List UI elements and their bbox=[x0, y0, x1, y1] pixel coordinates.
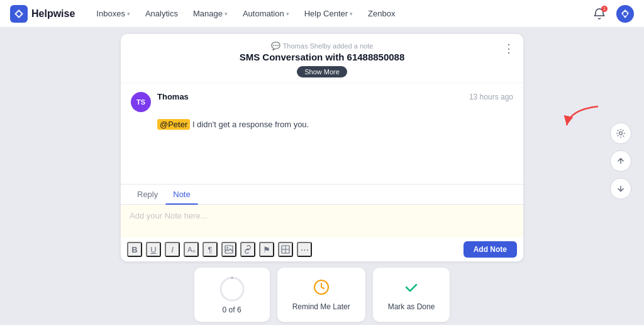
nav-right: 1 bbox=[590, 4, 634, 23]
nav-help-center[interactable]: Help Center ▾ bbox=[298, 6, 359, 21]
up-arrow-icon bbox=[616, 157, 625, 166]
logo[interactable]: Helpwise bbox=[10, 5, 75, 23]
image-button[interactable] bbox=[221, 242, 236, 257]
right-sidebar bbox=[610, 123, 631, 200]
gear-button[interactable] bbox=[610, 123, 631, 144]
svg-point-10 bbox=[619, 132, 623, 135]
message-time: 13 hours ago bbox=[469, 93, 513, 101]
chevron-icon: ▾ bbox=[127, 11, 130, 17]
underline-button[interactable]: U bbox=[146, 242, 161, 257]
message-avatar: TS bbox=[131, 92, 151, 112]
nav-analytics[interactable]: Analytics bbox=[139, 6, 184, 21]
remind-card[interactable]: Remind Me Later bbox=[277, 268, 365, 322]
header-note: 💬 Thomas Shelby added a note bbox=[131, 42, 513, 50]
check-icon bbox=[402, 278, 420, 300]
conversation-header: 💬 Thomas Shelby added a note SMS Convers… bbox=[121, 34, 523, 83]
add-note-button[interactable]: Add Note bbox=[464, 241, 517, 258]
svg-rect-2 bbox=[225, 246, 233, 253]
down-arrow-icon bbox=[616, 185, 625, 193]
message-area: TS Thomas 13 hours ago @Peter I didn't g… bbox=[121, 83, 523, 184]
progress-label: 0 of 6 bbox=[223, 305, 242, 314]
message-meta: TS Thomas 13 hours ago bbox=[131, 92, 513, 112]
nav-manage[interactable]: Manage ▾ bbox=[187, 6, 234, 21]
svg-point-1 bbox=[623, 12, 627, 16]
svg-point-7 bbox=[221, 278, 243, 300]
nav-automation[interactable]: Automation ▾ bbox=[236, 6, 296, 21]
table-button[interactable] bbox=[278, 242, 293, 257]
note-textarea[interactable]: Add your Note here... bbox=[121, 205, 523, 237]
font-size-button[interactable]: Aₐ bbox=[184, 242, 199, 257]
note-placeholder: Add your Note here... bbox=[130, 211, 208, 220]
clock-icon bbox=[313, 278, 330, 300]
logo-text: Helpwise bbox=[31, 8, 75, 20]
link-button[interactable] bbox=[240, 242, 255, 257]
nav-items: Inboxes ▾ Analytics Manage ▾ Automation … bbox=[90, 6, 590, 21]
navbar: Helpwise Inboxes ▾ Analytics Manage ▾ Au… bbox=[0, 0, 644, 28]
user-avatar-icon bbox=[619, 8, 631, 20]
done-label: Mark as Done bbox=[388, 302, 435, 311]
main-content: 💬 Thomas Shelby added a note SMS Convers… bbox=[0, 28, 644, 325]
bookmark-button[interactable]: ⚑ bbox=[259, 242, 274, 257]
tab-reply[interactable]: Reply bbox=[130, 185, 165, 204]
conversation-title: SMS Conversation with 61488850088 bbox=[131, 52, 513, 62]
link-icon bbox=[243, 245, 252, 254]
paragraph-button[interactable]: ¶ bbox=[203, 242, 218, 257]
chevron-icon: ▾ bbox=[225, 11, 228, 17]
more-options-button[interactable]: ⋮ bbox=[503, 43, 514, 54]
reply-toolbar: B U I Aₐ ¶ bbox=[121, 237, 523, 261]
nav-inboxes[interactable]: Inboxes ▾ bbox=[90, 6, 136, 21]
tab-note[interactable]: Note bbox=[165, 185, 197, 204]
progress-card[interactable]: 0 of 6 bbox=[194, 268, 270, 322]
bottom-cards: 0 of 6 Remind Me Later bbox=[194, 268, 450, 322]
mention-tag: @Peter bbox=[157, 119, 190, 130]
message-author: Thomas bbox=[157, 92, 189, 101]
reply-area: Reply Note Add your Note here... B U I A… bbox=[121, 184, 523, 261]
chevron-icon: ▾ bbox=[350, 11, 353, 17]
table-icon bbox=[281, 245, 290, 254]
reply-tabs: Reply Note bbox=[121, 185, 523, 205]
speech-bubble-icon: 💬 bbox=[271, 42, 280, 50]
gear-icon bbox=[616, 128, 626, 139]
center-panel: 💬 Thomas Shelby added a note SMS Convers… bbox=[0, 28, 644, 325]
remind-label: Remind Me Later bbox=[292, 302, 350, 311]
scroll-down-button[interactable] bbox=[610, 178, 631, 200]
nav-zenbox[interactable]: Zenbox bbox=[362, 6, 401, 21]
scroll-up-button[interactable] bbox=[610, 151, 631, 172]
notification-bell[interactable]: 1 bbox=[590, 4, 609, 23]
more-toolbar-button[interactable]: ⋯ bbox=[297, 242, 312, 257]
done-card[interactable]: Mark as Done bbox=[373, 268, 450, 322]
notification-badge: 1 bbox=[601, 6, 608, 12]
conversation-card: 💬 Thomas Shelby added a note SMS Convers… bbox=[121, 34, 523, 261]
chevron-icon: ▾ bbox=[286, 11, 289, 17]
bold-button[interactable]: B bbox=[127, 242, 142, 257]
svg-point-3 bbox=[226, 247, 228, 248]
italic-button[interactable]: I bbox=[165, 242, 180, 257]
helpwise-logo-icon bbox=[10, 5, 28, 23]
progress-ring bbox=[218, 275, 246, 303]
message-content: @Peter I didn't get a response from you. bbox=[157, 118, 513, 131]
image-icon bbox=[225, 245, 233, 254]
user-avatar[interactable] bbox=[616, 5, 634, 23]
show-more-button[interactable]: Show More bbox=[297, 66, 347, 77]
